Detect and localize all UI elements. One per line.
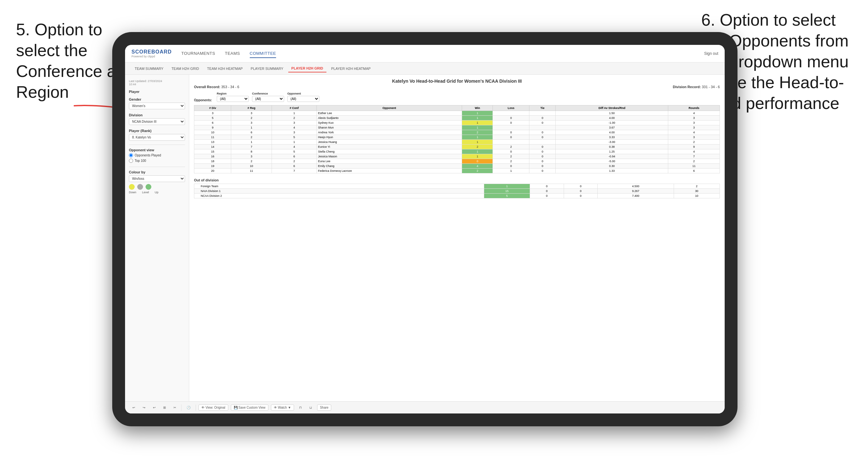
nav-link-tournaments[interactable]: TOURNAMENTS bbox=[182, 49, 215, 58]
filter-region-group: Region (All) bbox=[217, 92, 249, 102]
toolbar-sep-1 bbox=[181, 405, 182, 411]
table-row: 15 8 5 Stella Cheng 1 0 0 1.25 4 bbox=[194, 149, 720, 154]
cell-tie bbox=[529, 140, 556, 145]
cell-div: 18 bbox=[194, 159, 231, 164]
toolbar-view-original[interactable]: 👁 View: Original bbox=[198, 405, 228, 411]
cell-diff: 3.33 bbox=[556, 135, 668, 140]
table-row: 9 1 4 Sharon Mun 1 3.67 3 bbox=[194, 125, 720, 130]
toolbar-clock[interactable]: 🕐 bbox=[184, 405, 193, 410]
cell-win: 2 bbox=[462, 145, 493, 149]
radio-opponents-played[interactable]: Opponents Played bbox=[129, 153, 185, 157]
cell-loss bbox=[493, 140, 529, 145]
toolbar-grid[interactable]: ⊞ bbox=[161, 405, 168, 410]
filter-conference-label: Conference bbox=[252, 92, 284, 95]
cell-div: 16 bbox=[194, 154, 231, 159]
nav-link-committee[interactable]: COMMITTEE bbox=[250, 49, 276, 58]
cell-div: 15 bbox=[194, 149, 231, 154]
toolbar-action2[interactable]: ⊔ bbox=[307, 405, 315, 410]
cell-loss: 0 bbox=[493, 149, 529, 154]
cell-reg: 1 bbox=[231, 140, 272, 145]
cell-name: Stella Cheng bbox=[316, 149, 462, 154]
cell-win: 2 bbox=[462, 168, 493, 174]
cell-rounds: 6 bbox=[668, 168, 720, 174]
subnav-player-h2h-heatmap[interactable]: PLAYER H2H HEATMAP bbox=[328, 65, 374, 72]
subnav-team-h2h-grid[interactable]: TEAM H2H GRID bbox=[168, 65, 202, 72]
toolbar-watch[interactable]: 👁 Watch ▼ bbox=[271, 405, 294, 411]
cell-diff: -0.94 bbox=[556, 154, 668, 159]
toolbar-action1[interactable]: ⊓ bbox=[297, 405, 304, 410]
ood-win: 15 bbox=[484, 189, 530, 194]
cell-win: 1 bbox=[462, 154, 493, 159]
sidebar-player-rank-section: Player (Rank) 8. Katelyn Vo bbox=[129, 129, 185, 141]
sidebar-opponent-view-section: Opponent view Opponents Played Top 100 bbox=[129, 148, 185, 163]
subnav-player-h2h-grid[interactable]: PLAYER H2H GRID bbox=[288, 65, 327, 72]
cell-rounds: 4 bbox=[668, 130, 720, 135]
cell-reg: 7 bbox=[231, 145, 272, 149]
cell-name: Esther Lee bbox=[316, 111, 462, 116]
cell-rounds: 2 bbox=[668, 159, 720, 164]
list-item: NAIA Division 1 15 0 0 9.267 30 bbox=[194, 189, 720, 194]
filter-opponent-select[interactable]: (All) bbox=[287, 96, 319, 102]
subnav: TEAM SUMMARY TEAM H2H GRID TEAM H2H HEAT… bbox=[125, 62, 725, 75]
save-icon: 💾 bbox=[234, 406, 238, 409]
cell-name: Euna Lee bbox=[316, 159, 462, 164]
out-of-division-title: Out of division bbox=[194, 178, 720, 182]
toolbar-cut[interactable]: ✂ bbox=[171, 405, 179, 410]
colour-label-level: Level bbox=[142, 191, 149, 194]
cell-loss: 0 bbox=[493, 164, 529, 168]
cell-win: 1 bbox=[462, 111, 493, 116]
toolbar-save-custom[interactable]: 💾 Save Custom View bbox=[231, 405, 268, 411]
table-row: 14 7 4 Eunice Yi 2 2 0 0.38 9 bbox=[194, 145, 720, 149]
opponents-label: Opponents: bbox=[194, 98, 212, 102]
th-tie: Tie bbox=[529, 105, 556, 111]
panel-title: Katelyn Vo Head-to-Head Grid for Women's… bbox=[194, 79, 720, 84]
filter-region-select[interactable]: (All) bbox=[217, 96, 249, 102]
cell-diff: 4.00 bbox=[556, 130, 668, 135]
toolbar-redo[interactable]: ↩ bbox=[150, 405, 158, 410]
subnav-team-h2h-heatmap[interactable]: TEAM H2H HEATMAP bbox=[204, 65, 246, 72]
subnav-team-summary[interactable]: TEAM SUMMARY bbox=[131, 65, 167, 72]
toolbar-undo[interactable]: ↩ bbox=[130, 405, 137, 410]
cell-conf: 3 bbox=[272, 130, 317, 135]
list-item: NCAA Division 2 5 0 0 7.400 10 bbox=[194, 194, 720, 198]
cell-reg: 3 bbox=[231, 111, 272, 116]
navbar: SCOREBOARD Powered by clippd TOURNAMENTS… bbox=[125, 45, 725, 62]
cell-tie: 0 bbox=[529, 159, 556, 164]
filter-opponent-group: Opponent (All) bbox=[287, 92, 319, 102]
cell-loss bbox=[493, 111, 529, 116]
ood-rounds: 10 bbox=[674, 194, 719, 198]
filter-conference-select[interactable]: (All) bbox=[252, 96, 284, 102]
cell-name: Andrea York bbox=[316, 130, 462, 135]
cell-tie bbox=[529, 111, 556, 116]
ood-win: 1 bbox=[484, 184, 530, 189]
cell-win: 1 bbox=[462, 125, 493, 130]
ood-rounds: 2 bbox=[674, 184, 719, 189]
sidebar-gender-select[interactable]: Women's bbox=[129, 102, 185, 109]
cell-name: Heejo Hyun bbox=[316, 135, 462, 140]
nav-link-teams[interactable]: TEAMS bbox=[225, 49, 240, 58]
nav-right: Sign out bbox=[704, 51, 718, 56]
cell-tie: 0 bbox=[529, 121, 556, 125]
cell-name: Jessica Mason bbox=[316, 154, 462, 159]
cell-diff: 1.33 bbox=[556, 168, 668, 174]
ood-diff: 7.400 bbox=[598, 194, 674, 198]
sidebar-divider-2 bbox=[129, 167, 185, 167]
th-win: Win bbox=[462, 105, 493, 111]
colour-dot-down bbox=[129, 184, 135, 190]
cell-diff: 1.25 bbox=[556, 149, 668, 154]
records-row: Overall Record: 353 - 34 - 6 Division Re… bbox=[194, 85, 720, 89]
toolbar-undo2[interactable]: ↪ bbox=[140, 405, 148, 410]
sidebar-division-section: Division NCAA Division III bbox=[129, 113, 185, 125]
sign-out-link[interactable]: Sign out bbox=[704, 51, 718, 56]
cell-rounds: 3 bbox=[668, 116, 720, 121]
radio-top100[interactable]: Top 100 bbox=[129, 159, 185, 163]
sidebar-colour-select[interactable]: Win/loss bbox=[129, 175, 185, 182]
colour-dots bbox=[129, 184, 185, 190]
sidebar-division-select[interactable]: NCAA Division III bbox=[129, 118, 185, 125]
sidebar-player-rank-select[interactable]: 8. Katelyn Vo bbox=[129, 134, 185, 141]
subnav-player-summary[interactable]: PLAYER SUMMARY bbox=[248, 65, 287, 72]
toolbar-share[interactable]: Share bbox=[317, 405, 332, 411]
cell-rounds: 3 bbox=[668, 125, 720, 130]
sidebar-player-rank-label: Player (Rank) bbox=[129, 129, 185, 133]
th-conf: # Conf bbox=[272, 105, 317, 111]
